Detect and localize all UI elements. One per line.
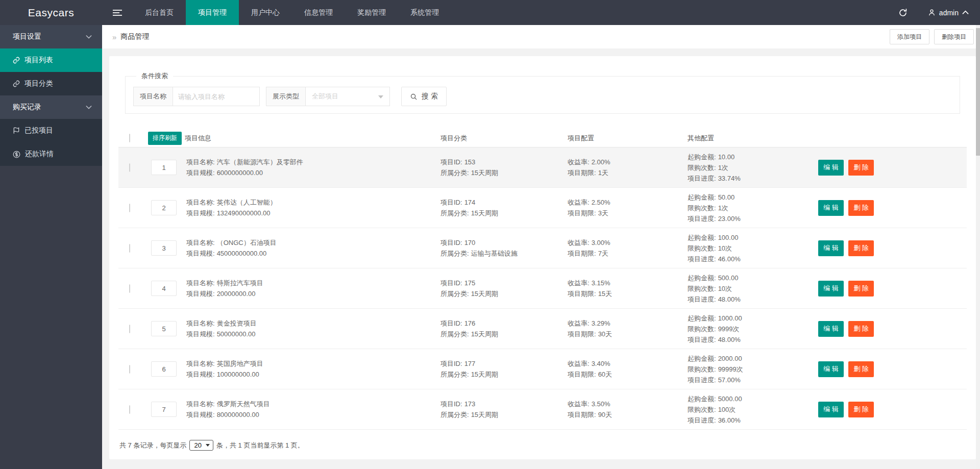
delete-button[interactable]: 删 除 — [848, 160, 874, 176]
project-category-value: 15天周期 — [471, 290, 498, 298]
select-all-checkbox[interactable] — [129, 134, 130, 142]
top-nav-item[interactable]: 奖励管理 — [345, 0, 398, 25]
project-name-field-label: 项目名称: — [186, 400, 215, 408]
sort-refresh-button[interactable]: 排序刷新 — [148, 132, 182, 145]
delete-button[interactable]: 删 除 — [848, 281, 874, 297]
row-sort-input[interactable] — [151, 321, 177, 336]
top-bar-right: admin — [889, 0, 980, 25]
sidebar-item-invested-projects[interactable]: 已投项目 — [0, 119, 102, 142]
edit-button[interactable]: 编 辑 — [818, 200, 844, 216]
edit-button[interactable]: 编 辑 — [818, 361, 844, 377]
table-row: 项目名称:英国房地产项目 项目规模:100000000.00 项目ID:177 … — [118, 349, 967, 389]
sidebar-item-repayment-details[interactable]: 还款详情 — [0, 142, 102, 166]
display-type-select[interactable]: 全部项目 — [305, 87, 390, 106]
column-header-other: 其他配置 — [688, 134, 817, 143]
delete-button[interactable]: 删 除 — [848, 361, 874, 377]
project-table: 排序刷新 项目信息 项目分类 项目配置 其他配置 — [118, 129, 967, 430]
caret-down-icon — [206, 444, 210, 447]
chevron-up-icon — [962, 10, 969, 15]
sidebar-group-project-settings[interactable]: 项目设置 — [0, 25, 102, 48]
project-scale-field-label: 项目规模: — [186, 330, 215, 338]
min-amount-value: 100.00 — [718, 234, 739, 241]
progress-field-label: 项目进度: — [688, 336, 716, 343]
top-nav-item[interactable]: 用户中心 — [239, 0, 292, 25]
edit-button[interactable]: 编 辑 — [818, 281, 844, 297]
search-button[interactable]: 搜 索 — [401, 87, 447, 106]
rate-field-label: 收益率: — [568, 319, 590, 327]
min-amount-value: 10.00 — [718, 153, 735, 161]
min-amount-field-label: 起购金额: — [688, 193, 716, 201]
limit-times-value: 9999次 — [718, 325, 740, 333]
delete-button[interactable]: 删 除 — [848, 402, 874, 417]
row-sort-input[interactable] — [151, 160, 177, 175]
edit-button[interactable]: 编 辑 — [818, 402, 844, 417]
top-nav: 后台首页 项目管理 用户中心 信息管理 奖励管理 系统管理 — [133, 0, 451, 25]
page-title: 商品管理 — [120, 32, 149, 41]
delete-button[interactable]: 删 除 — [848, 240, 874, 256]
project-name-value: 黄金投资项目 — [217, 319, 257, 327]
top-nav-item[interactable]: 信息管理 — [292, 0, 345, 25]
project-scale-value: 132490000000.00 — [217, 209, 271, 217]
progress-value: 36.00% — [718, 416, 741, 424]
chevron-down-icon — [86, 35, 92, 39]
sidebar-item-project-list[interactable]: 项目列表 — [0, 48, 102, 72]
row-checkbox[interactable] — [129, 163, 130, 172]
top-nav-item[interactable]: 项目管理 — [186, 0, 239, 25]
delete-project-button[interactable]: 删除项目 — [934, 29, 974, 44]
row-checkbox[interactable] — [129, 204, 130, 212]
period-field-label: 项目期限: — [568, 209, 596, 217]
sidebar-item-label: 项目列表 — [24, 56, 53, 65]
user-menu[interactable]: admin — [917, 0, 980, 25]
progress-value: 48.00% — [718, 295, 741, 303]
min-amount-field-label: 起购金额: — [688, 395, 716, 403]
delete-button[interactable]: 删 除 — [848, 200, 874, 216]
row-checkbox[interactable] — [129, 284, 130, 293]
edit-button[interactable]: 编 辑 — [818, 321, 844, 337]
row-sort-input[interactable] — [151, 361, 177, 377]
project-category-field-label: 所属分类: — [440, 209, 469, 217]
project-id-field-label: 项目ID: — [440, 360, 462, 367]
row-checkbox[interactable] — [129, 405, 130, 414]
row-checkbox[interactable] — [129, 244, 130, 253]
row-checkbox[interactable] — [129, 325, 130, 333]
delete-button[interactable]: 删 除 — [848, 321, 874, 337]
row-checkbox[interactable] — [129, 365, 130, 374]
edit-button[interactable]: 编 辑 — [818, 160, 844, 176]
hamburger-icon — [113, 8, 122, 17]
edit-button[interactable]: 编 辑 — [818, 240, 844, 256]
project-category-value: 15天周期 — [471, 169, 498, 177]
sidebar-group-label: 项目设置 — [13, 32, 86, 41]
top-nav-item[interactable]: 后台首页 — [133, 0, 186, 25]
limit-times-field-label: 限购次数: — [688, 365, 716, 373]
min-amount-field-label: 起购金额: — [688, 355, 716, 362]
content-area: 条件搜索 项目名称 展示类型 全部项目 — [102, 48, 980, 469]
project-name-input[interactable] — [173, 87, 260, 106]
project-id-value: 170 — [464, 239, 476, 246]
project-name-value: 汽车（新能源汽车）及零部件 — [217, 158, 303, 166]
table-row: 项目名称:（ONGC）石油项目 项目规模:45000000000.00 项目ID… — [118, 228, 967, 268]
sidebar-group-purchase-records[interactable]: 购买记录 — [0, 95, 102, 119]
scrollbar-thumb[interactable] — [976, 28, 980, 156]
sidebar-item-project-category[interactable]: 项目分类 — [0, 72, 102, 95]
menu-toggle-button[interactable] — [102, 0, 133, 25]
add-project-button[interactable]: 添加项目 — [890, 29, 929, 44]
row-sort-input[interactable] — [151, 240, 177, 256]
progress-field-label: 项目进度: — [688, 376, 716, 384]
period-field-label: 项目期限: — [568, 169, 596, 177]
page-size-select[interactable]: 20 — [189, 440, 213, 451]
refresh-button[interactable] — [889, 0, 917, 25]
project-name-value: 英伟达（人工智能） — [217, 199, 277, 206]
search-legend: 条件搜索 — [136, 71, 173, 81]
project-name-value: （ONGC）石油项目 — [217, 239, 277, 246]
row-sort-input[interactable] — [151, 200, 177, 215]
row-sort-input[interactable] — [151, 402, 177, 417]
project-scale-value: 800000000.00 — [217, 411, 259, 418]
project-id-value: 177 — [464, 360, 476, 367]
limit-times-field-label: 限购次数: — [688, 406, 716, 413]
project-id-value: 153 — [464, 158, 476, 166]
table-body: 项目名称:汽车（新能源汽车）及零部件 项目规模:6000000000.00 项目… — [118, 147, 967, 430]
min-amount-value: 1000.00 — [718, 314, 742, 322]
row-sort-input[interactable] — [151, 281, 177, 296]
top-nav-item[interactable]: 系统管理 — [398, 0, 451, 25]
project-category-field-label: 所属分类: — [440, 330, 469, 338]
